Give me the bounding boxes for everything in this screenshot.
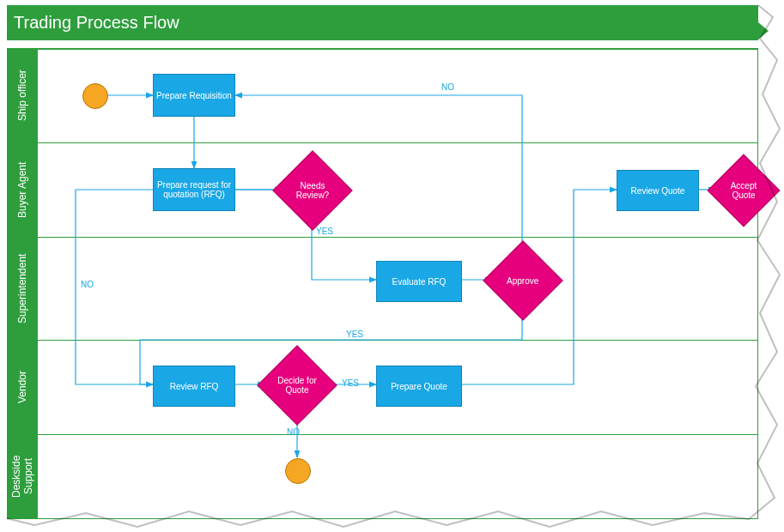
node-label: Prepare Requisition — [156, 91, 232, 100]
edge-label-decide-no: NO — [287, 427, 300, 437]
node-label: Evaluate RFQ — [392, 277, 447, 287]
lane-header-vendor: Vendor — [7, 340, 37, 434]
lane-right-border — [757, 48, 758, 518]
node-evaluate-rfq: Evaluate RFQ — [376, 261, 462, 302]
edge-label-decide-yes: YES — [342, 378, 359, 388]
lane-header-superintendent: Superintendent — [7, 237, 37, 340]
lane-label-vendor: Vendor — [16, 371, 28, 403]
node-label: Approve — [495, 276, 550, 286]
lane-label-superintendent: Superintendent — [16, 253, 28, 323]
lane-header-buyer-agent: Buyer Agent — [7, 142, 37, 237]
edge-label-needs-review-yes: YES — [316, 227, 333, 236]
edge-label-needs-review-no: NO — [81, 280, 94, 289]
node-prepare-requisition: Prepare Requisition — [153, 74, 235, 117]
node-label: Prepare Quote — [391, 382, 447, 391]
lane-bottom-border — [7, 518, 758, 519]
page: Trading Process Flow Ship officer Buyer … — [0, 0, 784, 532]
node-prepare-rfq: Prepare request for quotation (RFQ) — [153, 168, 235, 211]
lane-divider-4 — [7, 434, 758, 435]
edge-label-approve-no: NO — [441, 82, 454, 92]
swimlane-diagram: Trading Process Flow Ship officer Buyer … — [7, 5, 758, 518]
diagram-title-bar: Trading Process Flow — [7, 5, 758, 39]
start-node — [82, 83, 108, 109]
lane-header-deskside: Deskside Support — [7, 434, 37, 518]
node-review-quote: Review Quote — [617, 170, 699, 211]
lane-header-separator — [37, 48, 38, 518]
lane-label-ship-officer: Ship officer — [16, 70, 28, 121]
node-accept-quote: Accept Quote — [708, 154, 781, 227]
node-label: Prepare request for quotation (RFQ) — [155, 180, 233, 199]
lane-top-border — [7, 48, 758, 49]
title-notch — [758, 22, 769, 39]
lane-label-buyer-agent: Buyer Agent — [16, 161, 28, 217]
node-needs-review: Needs Review? — [272, 150, 352, 230]
lane-header-ship-officer: Ship officer — [7, 48, 37, 142]
lane-divider-1 — [7, 142, 758, 143]
node-label: Decide for Quote — [270, 376, 325, 395]
node-label: Accept Quote — [719, 181, 769, 200]
node-prepare-quote: Prepare Quote — [376, 366, 462, 407]
edge-label-approve-yes: YES — [346, 329, 363, 339]
diagram-title: Trading Process Flow — [14, 13, 179, 33]
node-review-rfq: Review RFQ — [153, 366, 235, 407]
lane-divider-2 — [7, 237, 758, 238]
end-node — [285, 458, 311, 484]
node-label: Review Quote — [631, 186, 685, 196]
node-label: Needs Review? — [285, 181, 340, 200]
node-decide-quote: Decide for Quote — [257, 345, 337, 425]
lane-label-deskside: Deskside Support — [10, 455, 34, 497]
node-approve: Approve — [483, 240, 562, 320]
node-label: Review RFQ — [170, 382, 219, 391]
lane-divider-3 — [7, 340, 758, 341]
